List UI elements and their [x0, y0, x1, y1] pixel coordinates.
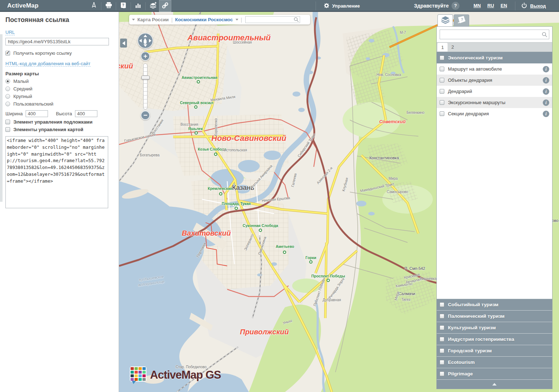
layer-group-expanded[interactable]: Экологический туризм — [437, 52, 552, 63]
layer-group-collapsed[interactable]: Pilgrimage — [437, 368, 552, 379]
layer-group-collapsed[interactable]: Ecotourism — [437, 356, 552, 368]
size-option-label: Крупный — [13, 94, 32, 99]
layer-info-icon[interactable]: i — [543, 99, 549, 106]
satellite-layer-selector[interactable]: Космоснимки Роскосмос — [175, 17, 233, 22]
bar-chart-icon — [135, 3, 141, 10]
group-checkbox[interactable] — [440, 360, 444, 365]
baselayer-control-checkbox[interactable] — [5, 120, 10, 124]
radio-icon[interactable] — [5, 79, 10, 84]
management-button[interactable]: Управление — [324, 0, 360, 12]
layer-group-collapsed[interactable]: Культурный туризм — [437, 322, 552, 333]
size-option-4[interactable]: Пользовательский — [5, 101, 114, 107]
zoom-out-button[interactable]: − — [141, 111, 150, 120]
short-link-checkbox[interactable] — [5, 51, 10, 55]
url-link[interactable]: URL — [5, 30, 15, 35]
embed-code-textarea[interactable] — [5, 136, 108, 208]
baselayer-control-option[interactable]: Элемент управления подложками — [5, 119, 114, 125]
map-canvas[interactable]: АвиастроительныйНово-СавиновскийВахитовс… — [119, 12, 559, 392]
layer-checkbox[interactable] — [440, 67, 444, 71]
chevron-down-icon[interactable] — [132, 19, 135, 21]
stats-tool-button[interactable] — [132, 0, 144, 12]
search-icon[interactable] — [542, 32, 547, 37]
html-code-link[interactable]: HTML-код для добавления на веб-сайт — [5, 61, 91, 67]
height-input[interactable] — [75, 110, 97, 117]
size-option-3[interactable]: Крупный — [5, 94, 114, 99]
basemap-selector[interactable]: Карта России — [137, 17, 169, 22]
management-label: Управление — [332, 3, 360, 9]
layer-group-collapsed[interactable]: Городской туризм — [437, 345, 552, 356]
compass-measure-icon — [91, 2, 97, 10]
layer-checkbox[interactable] — [440, 100, 444, 105]
layer-group-collapsed[interactable]: Паломнический туризм — [437, 310, 552, 322]
group-checkbox[interactable] — [440, 302, 444, 307]
width-input[interactable] — [26, 110, 48, 117]
zoom-slider[interactable] — [143, 63, 148, 110]
map-attribution: ActiveMap GS — [130, 366, 221, 384]
layer-info-icon[interactable]: i — [543, 88, 549, 95]
map-controls-option[interactable]: Элементы управления картой — [5, 127, 114, 132]
group-label: Экологический туризм — [448, 55, 503, 61]
size-option-label: Средний — [13, 86, 32, 92]
toolbar-divider: | — [171, 17, 173, 23]
layer-group-collapsed[interactable]: Событийный туризм — [437, 299, 552, 310]
legend-map-icon: ? — [457, 16, 466, 25]
pan-control[interactable] — [137, 33, 153, 49]
panel-edge-strip — [0, 34, 3, 202]
layer-row[interactable]: Маршрут на автомобилеi — [437, 63, 552, 75]
toolbar-tools: ? — [88, 0, 171, 12]
height-label: Высота — [56, 111, 72, 116]
layer-checkbox[interactable] — [440, 89, 444, 94]
group-checkbox[interactable] — [440, 348, 444, 353]
map-controls-checkbox[interactable] — [5, 127, 10, 132]
permalink-panel: Постоянная ссылка URL Получить короткую … — [0, 12, 119, 392]
printer-icon — [105, 2, 112, 10]
group-checkbox[interactable] — [440, 371, 444, 376]
zoom-in-button[interactable]: + — [141, 52, 150, 61]
map-search — [245, 16, 300, 23]
layer-row[interactable]: Экскурсионные маршрутыi — [437, 97, 552, 108]
size-option-1[interactable]: Малый — [5, 79, 114, 84]
print-tool-button[interactable] — [102, 0, 115, 12]
tab-legend[interactable]: ? — [454, 14, 469, 26]
search-icon[interactable] — [294, 17, 299, 22]
group-checkbox[interactable] — [440, 337, 444, 342]
group-checkbox[interactable] — [440, 55, 444, 60]
radio-icon[interactable] — [5, 94, 10, 99]
layer-info-icon[interactable]: i — [543, 77, 549, 84]
language-switcher: MNRUEN — [474, 3, 507, 8]
short-link-option[interactable]: Получить короткую ссылку — [5, 50, 114, 56]
group-checkbox[interactable] — [440, 314, 444, 318]
accordion-collapse-button[interactable] — [437, 379, 552, 389]
chevron-down-icon[interactable] — [236, 19, 238, 21]
map-search-input[interactable] — [245, 16, 300, 23]
logout-label: Выход — [530, 3, 546, 9]
layer-group-collapsed[interactable]: Индустрия гостеприимства — [437, 333, 552, 345]
layer-checkbox[interactable] — [440, 78, 444, 83]
layer-info-icon[interactable]: i — [543, 66, 549, 72]
add-layers-tool-button[interactable] — [147, 0, 159, 12]
zoom-slider-handle[interactable] — [141, 76, 150, 80]
lang-ru[interactable]: RU — [487, 3, 494, 8]
help-tool-button[interactable]: ? — [117, 0, 129, 12]
layer-info-icon[interactable]: i — [543, 111, 549, 117]
measure-tool-button[interactable] — [88, 0, 100, 12]
lang-mn[interactable]: MN — [474, 3, 481, 8]
size-option-2[interactable]: Средний — [5, 86, 114, 92]
help-badge[interactable]: ? — [452, 2, 459, 10]
layer-checkbox[interactable] — [440, 111, 444, 116]
radio-icon[interactable] — [5, 86, 10, 91]
collapse-panel-button[interactable] — [120, 39, 127, 48]
url-input[interactable] — [5, 38, 109, 45]
layers-search-input[interactable] — [440, 30, 549, 39]
radio-icon[interactable] — [5, 102, 10, 106]
share-link-tool-button[interactable] — [159, 0, 171, 12]
lang-en[interactable]: EN — [501, 3, 507, 8]
page-tab-1[interactable]: 1 — [437, 43, 448, 52]
page-tab-2[interactable]: 2 — [448, 43, 458, 52]
layer-row[interactable]: Объекты дендрарияi — [437, 75, 552, 86]
group-checkbox[interactable] — [440, 325, 444, 330]
tab-layers[interactable] — [437, 14, 453, 26]
logout-button[interactable]: Выход — [521, 0, 546, 12]
layer-row[interactable]: Дендрарийi — [437, 86, 552, 97]
layer-row[interactable]: Секции дендрарияi — [437, 108, 552, 119]
